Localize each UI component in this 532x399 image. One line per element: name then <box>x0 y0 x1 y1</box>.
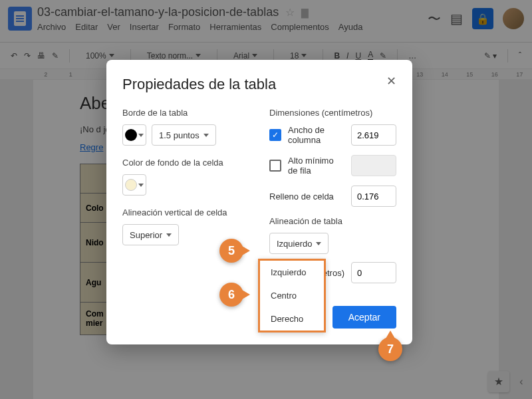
callout-6: 6 <box>219 283 243 307</box>
align-option-left[interactable]: Izquierdo <box>260 261 324 284</box>
border-color-button[interactable] <box>122 124 146 146</box>
indent-input[interactable] <box>351 262 396 283</box>
table-align-label: Alineación de tabla <box>269 216 396 226</box>
close-icon[interactable]: ✕ <box>383 73 399 89</box>
col-width-input[interactable] <box>351 124 396 146</box>
bgcolor-button[interactable] <box>122 174 146 196</box>
cell-padding-input[interactable] <box>351 186 396 207</box>
cell-padding-label: Relleno de celda <box>269 192 344 201</box>
dimensions-label: Dimensiones (centímetros) <box>269 108 396 118</box>
callout-5: 5 <box>219 239 243 263</box>
valign-label: Alineación vertical de celda <box>122 207 249 217</box>
border-width-select[interactable]: 1.5 puntos <box>152 124 216 146</box>
table-align-dropdown: Izquierdo Centro Derecho <box>258 259 326 332</box>
dialog-title: Propiedades de la tabla <box>122 76 396 93</box>
ok-button[interactable]: Aceptar <box>332 306 396 329</box>
row-height-checkbox[interactable] <box>269 160 281 172</box>
valign-select[interactable]: Superior <box>122 224 179 245</box>
row-height-input[interactable] <box>351 155 396 176</box>
table-align-select[interactable]: Izquierdo <box>269 233 329 254</box>
row-height-label: Alto mínimo de fila <box>288 156 344 176</box>
col-width-checkbox[interactable]: ✓ <box>269 129 281 141</box>
col-width-label: Ancho de columna <box>288 125 344 145</box>
callout-7: 7 <box>378 337 402 361</box>
align-option-right[interactable]: Derecho <box>260 307 324 331</box>
bgcolor-label: Color de fondo de la celda <box>122 158 249 168</box>
align-option-center[interactable]: Centro <box>260 284 324 307</box>
border-label: Borde de la tabla <box>122 108 249 118</box>
